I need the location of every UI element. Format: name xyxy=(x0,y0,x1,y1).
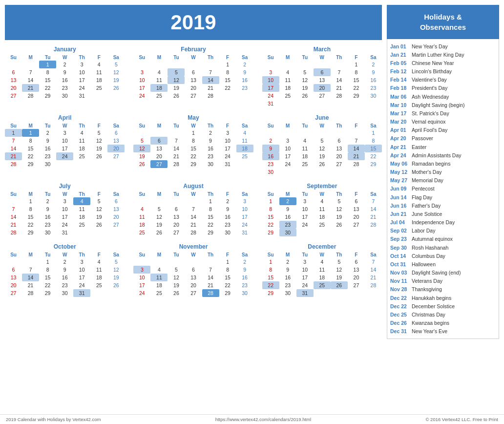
holiday-name: Thanksgiving xyxy=(412,286,442,293)
holiday-name: Independence Day xyxy=(412,219,455,226)
holiday-item: Mar 17St. Patrick's Day xyxy=(389,109,497,117)
month-name-august: August xyxy=(133,183,253,190)
month-april: April SuMTuWThFSa 1123456 78910111213 14… xyxy=(5,114,125,176)
holiday-name: December Solstice xyxy=(412,303,455,310)
month-table-august: SuMTuWThFSa 123 45678910 11121314151617 … xyxy=(133,191,253,236)
holiday-name: President's Day xyxy=(412,85,447,91)
holiday-name: Ash Wednesday xyxy=(412,93,449,100)
holiday-date: Dec 22 xyxy=(390,303,409,310)
holiday-item: Feb 12Lincoln's Birthday xyxy=(389,67,497,76)
holiday-name: Veterans Day xyxy=(412,277,442,284)
month-table-july: SuMTuWThFSa 123456 78910111213 141516171… xyxy=(5,191,125,236)
holiday-item: Apr 24Admin Assistants Day xyxy=(389,151,497,159)
holiday-date: May 06 xyxy=(390,160,409,167)
month-name-november: November xyxy=(133,243,253,250)
holiday-name: Kwanzaa begins xyxy=(412,319,449,326)
holiday-name: Chinese New Year xyxy=(412,60,454,66)
month-february: February SuMTuWThFSa 12 3456789 10111213… xyxy=(133,46,253,107)
holiday-date: Feb 14 xyxy=(390,76,409,83)
holiday-date: Mar 20 xyxy=(390,118,409,125)
month-name-october: October xyxy=(5,243,125,250)
holiday-name: Passover xyxy=(412,135,433,142)
month-table-october: SuMTuWThFSa 12345 6789101112 13141516171… xyxy=(5,252,125,297)
year-label: 2019 xyxy=(170,11,216,34)
holiday-item: Nov 03Daylight Saving (end) xyxy=(389,269,497,277)
holiday-item: Feb 18President's Day xyxy=(389,84,497,92)
holiday-item: Jan 01New Year's Day xyxy=(389,42,497,50)
month-december: December SuMTuWThFSa 1234567 89101112131… xyxy=(262,243,382,297)
month-table-may: SuMTuWThFSa 1234 567891011 1213141516171… xyxy=(133,123,253,168)
holiday-item: Nov 28Thanksgiving xyxy=(389,285,497,294)
holiday-name: Halloween xyxy=(412,261,436,268)
month-october: October SuMTuWThFSa 12345 6789101112 131… xyxy=(5,243,125,297)
holiday-date: Apr 01 xyxy=(390,127,409,133)
holiday-item: Sep 30Rosh Hashanah xyxy=(389,243,497,252)
holiday-name: New Year's Day xyxy=(412,43,448,50)
holiday-item: Jul 04Independence Day xyxy=(389,218,497,227)
holiday-item: Mar 10Daylight Saving (begin) xyxy=(389,101,497,109)
holiday-item: Nov 11Veterans Day xyxy=(389,277,497,285)
holidays-panel: Holidays &Observances Jan 01New Year's D… xyxy=(387,5,499,407)
month-table-september: SuMTuWThFSa 1234567 891011121314 1516171… xyxy=(262,191,382,236)
month-name-february: February xyxy=(133,46,253,53)
holiday-item: Dec 22Hanukkah begins xyxy=(389,294,497,302)
holiday-item: Dec 25Christmas Day xyxy=(389,311,497,319)
holiday-name: Hanukkah begins xyxy=(412,295,451,301)
holiday-date: Apr 24 xyxy=(390,152,409,159)
month-table-february: SuMTuWThFSa 12 3456789 10111213141516 17… xyxy=(133,54,253,100)
holiday-date: Oct 14 xyxy=(390,253,409,259)
holiday-item: Oct 14Columbus Day xyxy=(389,252,497,260)
holiday-name: Flag Day xyxy=(412,194,432,201)
holiday-name: Valentine's Day xyxy=(412,76,447,83)
month-name-april: April xyxy=(5,114,125,121)
holiday-date: Jun 21 xyxy=(390,211,409,217)
holiday-item: Jun 16Father's Day xyxy=(389,201,497,210)
holiday-name: Father's Day xyxy=(412,202,441,209)
holiday-date: Apr 20 xyxy=(390,135,409,142)
month-march: March SuMTuWThFSa 12 3456789 10111213141… xyxy=(262,46,382,107)
month-june: June SuMTuWThFSa 1 2345678 9101112131415 xyxy=(262,114,382,176)
holiday-date: Mar 10 xyxy=(390,102,409,108)
holiday-item: Sep 02Labor Day xyxy=(389,227,497,235)
holiday-item: May 27Memorial Day xyxy=(389,176,497,185)
month-name-january: January xyxy=(5,46,125,53)
holiday-item: Jan 21Martin Luther King Day xyxy=(389,50,497,59)
holiday-item: Apr 01April Fool's Day xyxy=(389,126,497,134)
month-table-march: SuMTuWThFSa 12 3456789 10111213141516 17… xyxy=(262,54,382,107)
month-name-may: May xyxy=(133,114,253,121)
month-table-june: SuMTuWThFSa 1 2345678 9101112131415 1617… xyxy=(262,123,382,176)
holiday-name: Daylight Saving (end) xyxy=(412,269,461,276)
holiday-name: April Fool's Day xyxy=(412,127,447,133)
holiday-item: Oct 31Halloween xyxy=(389,260,497,268)
month-table-april: SuMTuWThFSa 1123456 78910111213 14151617… xyxy=(5,123,125,168)
holiday-date: Jan 21 xyxy=(390,51,409,58)
holiday-name: Admin Assistants Day xyxy=(412,152,462,159)
holiday-name: Labor Day xyxy=(412,227,435,234)
holiday-date: Dec 22 xyxy=(390,295,409,301)
holiday-name: Columbus Day xyxy=(412,253,445,259)
holiday-item: Dec 26Kwanzaa begins xyxy=(389,319,497,327)
holiday-name: Pentecost xyxy=(412,185,435,192)
holiday-name: Martin Luther King Day xyxy=(412,51,464,58)
footer-left: 2019 Calendar with Holidays by Vertex42.… xyxy=(6,417,101,422)
holiday-name: Daylight Saving (begin) xyxy=(412,102,465,108)
holiday-date: Sep 02 xyxy=(390,227,409,234)
holiday-name: Autumnal equinox xyxy=(412,235,453,242)
holiday-name: Vernal equinox xyxy=(412,118,445,125)
holiday-date: Dec 26 xyxy=(390,319,409,326)
holiday-name: Easter xyxy=(412,144,426,150)
holiday-item: May 12Mother's Day xyxy=(389,168,497,176)
month-table-december: SuMTuWThFSa 1234567 891011121314 1516171… xyxy=(262,252,382,297)
holiday-name: June Solstice xyxy=(412,211,442,217)
holiday-item: Jun 14Flag Day xyxy=(389,193,497,201)
holiday-date: Feb 18 xyxy=(390,85,409,91)
month-august: August SuMTuWThFSa 123 45678910 11121314… xyxy=(133,183,253,236)
footer-right: © 2016 Vertex42 LLC. Free to Print xyxy=(425,417,498,422)
holiday-date: Nov 03 xyxy=(390,269,409,276)
holiday-item: Feb 14Valentine's Day xyxy=(389,76,497,84)
footer-center: https://www.vertex42.com/calendars/2019.… xyxy=(215,417,311,422)
holiday-date: Jun 14 xyxy=(390,194,409,201)
holiday-date: Jul 04 xyxy=(390,219,409,226)
holiday-date: Nov 11 xyxy=(390,277,409,284)
holiday-date: May 27 xyxy=(390,177,409,184)
